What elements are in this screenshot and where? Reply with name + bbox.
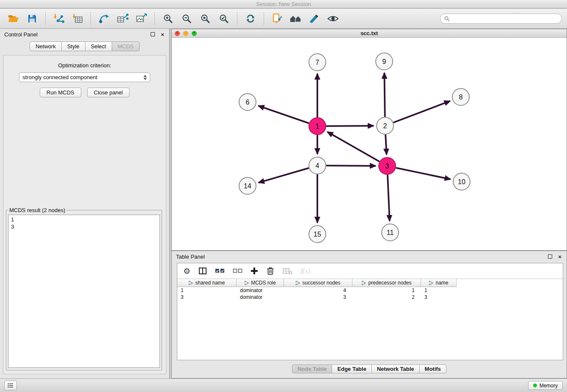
zoom-out-button[interactable] xyxy=(178,11,195,26)
svg-text:4: 4 xyxy=(316,162,319,169)
graph-node-7[interactable]: 7 xyxy=(309,54,326,71)
search-field[interactable] xyxy=(440,14,562,24)
optimization-criterion-dropdown[interactable]: strongly connected component xyxy=(19,72,150,82)
dropdown-selected-value: strongly connected component xyxy=(22,74,97,80)
graph-edge-2-8[interactable] xyxy=(394,101,450,123)
graph-node-11[interactable]: 11 xyxy=(382,224,399,241)
table-cell: 2 xyxy=(352,294,421,300)
table-row[interactable]: 3dominator323 xyxy=(177,294,563,301)
table-settings-button[interactable]: ⚙ xyxy=(183,267,190,275)
toolbar-separator xyxy=(45,12,46,25)
graph-node-3[interactable]: 3 xyxy=(379,157,396,174)
show-hide-button[interactable] xyxy=(325,11,341,26)
search-input[interactable] xyxy=(452,15,558,22)
table-row[interactable]: 1dominator411 xyxy=(177,287,563,294)
svg-text:2: 2 xyxy=(383,122,387,130)
close-window-button[interactable]: × xyxy=(175,31,180,36)
graph-node-15[interactable]: 15 xyxy=(309,226,326,243)
deselect-all-button[interactable] xyxy=(233,268,242,274)
save-session-button[interactable] xyxy=(24,11,41,26)
minimize-window-button[interactable]: − xyxy=(183,31,188,36)
column-label: MCDS role xyxy=(251,280,276,286)
home-button[interactable] xyxy=(287,11,304,26)
mcds-result-area[interactable]: 13 xyxy=(8,215,160,368)
clone-network-button[interactable] xyxy=(269,11,286,26)
list-icon xyxy=(8,383,14,388)
apply-style-button[interactable] xyxy=(306,11,323,26)
float-icon xyxy=(151,32,155,36)
svg-text:9: 9 xyxy=(383,58,386,65)
select-all-button[interactable] xyxy=(215,268,225,274)
tab-edge-table[interactable]: Edge Table xyxy=(332,364,372,373)
task-history-button[interactable] xyxy=(4,381,17,390)
show-columns-button[interactable] xyxy=(198,267,207,275)
table-cell: 1 xyxy=(352,287,421,293)
graph-edge-3-10[interactable] xyxy=(396,168,451,179)
graph-node-10[interactable]: 10 xyxy=(453,173,470,190)
column-header-shared-name[interactable]: shared name xyxy=(177,279,237,287)
graph-edge-1-6[interactable] xyxy=(259,106,309,123)
zoom-selected-button[interactable] xyxy=(215,11,232,26)
open-session-button[interactable] xyxy=(5,11,22,26)
graph-edge-2-3[interactable] xyxy=(385,135,386,155)
home-icon xyxy=(289,14,302,23)
new-network-button[interactable] xyxy=(96,11,113,26)
svg-text:3: 3 xyxy=(385,163,389,170)
graph-node-2[interactable]: 2 xyxy=(377,117,394,134)
add-column-button[interactable] xyxy=(250,267,258,275)
graph-edge-2-9[interactable] xyxy=(384,73,385,117)
memory-button[interactable]: Memory xyxy=(528,381,563,390)
zoom-fit-button[interactable] xyxy=(197,11,214,26)
column-header-name[interactable]: name xyxy=(421,279,457,287)
node-table-content: ⚙ xyxy=(177,263,563,360)
network-table-button[interactable] xyxy=(114,11,131,26)
control-panel-tabs: NetworkStyleSelectMCDS xyxy=(0,41,169,51)
tab-network-table[interactable]: Network Table xyxy=(372,364,420,373)
tab-style[interactable]: Style xyxy=(62,41,85,51)
refresh-button[interactable] xyxy=(242,11,259,26)
window-titlebar[interactable]: Session: New Session xyxy=(0,0,567,8)
graph-edge-3-11[interactable] xyxy=(388,175,390,221)
close-control-panel-button[interactable]: × xyxy=(160,32,165,37)
import-network-button[interactable] xyxy=(50,11,67,26)
close-table-panel-button[interactable]: × xyxy=(557,254,562,259)
graph-node-9[interactable]: 9 xyxy=(376,53,393,70)
graph-node-6[interactable]: 6 xyxy=(239,94,256,110)
result-line: 3 xyxy=(11,223,157,230)
graph-edge-3-1[interactable] xyxy=(327,132,379,161)
graph-node-14[interactable]: 14 xyxy=(239,177,256,194)
zoom-fit-icon xyxy=(200,14,210,24)
graph-node-8[interactable]: 8 xyxy=(452,88,469,105)
status-bar: Memory xyxy=(0,378,567,392)
float-table-panel-button[interactable] xyxy=(548,254,553,259)
delete-column-button[interactable] xyxy=(266,266,275,276)
memory-label: Memory xyxy=(539,383,558,389)
network-canvas[interactable]: 7968124314101511 xyxy=(172,38,567,250)
graph-edge-1-2[interactable] xyxy=(326,126,374,126)
close-panel-button[interactable]: Close panel xyxy=(87,88,130,97)
run-mcds-button[interactable]: Run MCDS xyxy=(40,88,81,97)
tab-mcds[interactable]: MCDS xyxy=(112,41,140,51)
network-table-icon xyxy=(117,14,129,24)
network-window-titlebar[interactable]: scc.txt × − + xyxy=(172,29,567,38)
float-panel-button[interactable] xyxy=(150,32,155,37)
tab-motifs[interactable]: Motifs xyxy=(420,364,446,373)
zoom-out-icon xyxy=(182,14,192,24)
column-header-predecessor-nodes[interactable]: predecessor nodes xyxy=(352,279,421,287)
zoom-in-button[interactable] xyxy=(160,11,176,26)
delete-table-button[interactable] xyxy=(283,267,292,275)
column-header-successor-nodes[interactable]: successor nodes xyxy=(284,279,352,287)
tab-select[interactable]: Select xyxy=(85,41,112,51)
tab-node-table[interactable]: Node Table xyxy=(292,364,332,373)
control-panel-header: Control Panel × xyxy=(0,29,169,40)
maximize-window-button[interactable]: + xyxy=(192,31,197,36)
import-table-button[interactable] xyxy=(69,11,86,26)
column-header-mcds-role[interactable]: MCDS role xyxy=(237,279,284,287)
tab-network[interactable]: Network xyxy=(30,41,62,51)
graph-node-1[interactable]: 1 xyxy=(309,118,326,135)
graph-edge-4-14[interactable] xyxy=(259,168,309,183)
export-image-button[interactable] xyxy=(133,11,150,26)
graph-node-4[interactable]: 4 xyxy=(309,157,326,174)
function-builder-button[interactable]: f(x) xyxy=(300,267,311,275)
graph-edge-4-3[interactable] xyxy=(326,166,376,166)
